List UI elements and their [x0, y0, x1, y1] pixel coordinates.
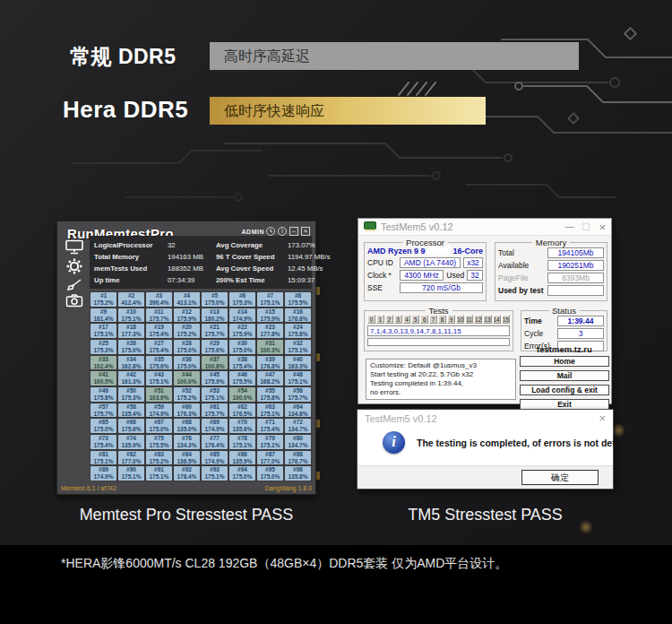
memtest-cell: #58135.4% [118, 403, 144, 418]
test-number-button[interactable]: 14 [493, 315, 501, 324]
cpuid-threads-field[interactable]: x32 [463, 257, 483, 268]
memtest-version-label: Memtest 6.1 / af742 [61, 483, 116, 493]
memtest-cell: #65175.0% [90, 419, 116, 433]
memtest-cell: #55175.8% [257, 387, 283, 402]
test-number-button[interactable]: 15 [502, 315, 510, 324]
test-number-button[interactable]: 4 [403, 315, 411, 324]
memtest-cell: #21175.7% [202, 324, 228, 338]
cpuid-field[interactable]: AMD (1A 7440) [400, 257, 461, 268]
memtest-cell: #4413.1% [174, 292, 200, 307]
memtest-cell: #28175.0% [174, 340, 200, 354]
memtest-cell: #36175.0% [174, 356, 200, 370]
info-icon[interactable]: i [278, 227, 287, 236]
test-number-button[interactable]: 2 [385, 315, 393, 324]
log-line: Testing completed in 1:39.44, [370, 379, 512, 388]
memtest-cell: #5175.0% [202, 292, 228, 307]
memtest-cell: #79175.1% [257, 435, 283, 449]
tm5-app-icon [364, 219, 376, 235]
monitor-icon[interactable] [65, 239, 84, 255]
sse-label: SSE [367, 283, 397, 292]
test-number-button[interactable]: 7 [429, 315, 437, 324]
test-number-button[interactable]: 12 [474, 315, 482, 324]
dialog-title: TestMem5 v0.12 [365, 413, 437, 424]
tests-group-label: Tests [425, 306, 452, 316]
memtest-cell: #76134.3% [174, 435, 200, 449]
memtest-stat-row: memTests Used188352 MB Avg Cover Speed12… [94, 263, 307, 274]
time-value: 1:39.44 [557, 316, 604, 326]
memtest-cell: #38175.4% [229, 356, 255, 370]
status-group-label: Status [548, 306, 580, 316]
test-number-button[interactable]: 10 [456, 315, 464, 324]
test-number-button[interactable]: 3 [394, 315, 402, 324]
test-number-buttons: 0123456789101112131415 [367, 315, 510, 324]
memtest-cell: #60176.3% [174, 403, 200, 418]
memtest-cell: #67175.0% [146, 419, 172, 433]
processor-group-label: Processor [402, 238, 448, 247]
memtest-author-label: DangWang 1.8.0 [265, 483, 312, 493]
log-line: Start testing at 20:22, 5.7Gb x32 [370, 370, 512, 379]
memtest-cell: #24175.8% [285, 324, 311, 338]
memtest-cell: #20175.2% [174, 324, 200, 338]
memtest-cell: #39176.8% [257, 356, 283, 370]
memtest-cell: #91175.1% [146, 466, 172, 481]
camera-icon[interactable] [65, 294, 83, 308]
used-field[interactable]: 32 [467, 270, 483, 281]
clock-field[interactable]: 4300 MHz [400, 270, 444, 281]
minimize-icon[interactable]: – [289, 227, 298, 236]
memtest-cell: #49175.8% [90, 387, 116, 402]
memory-available-label: Available [498, 261, 545, 270]
cycle-label: Cycle [524, 329, 555, 338]
memtest-cell: #34162.8% [118, 356, 144, 370]
test-sequence-field-2[interactable] [367, 338, 510, 346]
minimize-icon[interactable]: — [564, 222, 573, 231]
hera-ddr5-label: Hera DDR5 [63, 96, 188, 124]
memtest-cell: #89174.9% [90, 466, 116, 481]
test-number-button[interactable]: 6 [420, 315, 428, 324]
memtest-cell: #64134.8% [285, 403, 311, 418]
memtest-cell: #85174.9% [202, 451, 228, 465]
test-number-button[interactable]: 5 [411, 315, 419, 324]
dialog-message: The testing is completed, of errors is n… [417, 438, 642, 448]
memtest-cell: #11175.7% [146, 308, 172, 323]
memtest-cell: #57175.7% [90, 403, 116, 418]
tm5-log-box[interactable]: Customize: Default @1usmus_v3 Start test… [366, 359, 516, 400]
memtest-cell: #14174.9% [229, 308, 255, 323]
memtest-cell: #30175.0% [229, 340, 255, 354]
tm5-action-button[interactable]: Load config & exit [520, 385, 609, 395]
memtest-cell: #42161.3% [118, 371, 144, 386]
test-number-button[interactable]: 0 [367, 315, 375, 324]
memtest-cell: #75175.5% [146, 435, 172, 449]
memtest-cell: #94175.0% [229, 466, 255, 481]
test-number-button[interactable]: 13 [483, 315, 491, 324]
close-icon[interactable]: × [599, 222, 606, 232]
test-number-button[interactable]: 8 [438, 315, 446, 324]
gear-icon[interactable] [65, 257, 83, 275]
tm5-action-button[interactable]: Home [520, 356, 609, 367]
test-number-button[interactable]: 9 [447, 315, 455, 324]
info-icon: i [383, 431, 405, 454]
memory-pagefile-label: PageFile [498, 273, 545, 282]
tm5-window-controls: — × [564, 222, 606, 232]
test-number-button[interactable]: 1 [376, 315, 384, 324]
broom-icon[interactable] [66, 278, 82, 291]
memtest-cell: #53175.1% [202, 387, 228, 402]
memtest-stat-row: Total Memory194163 MB 96 T Cover Speed11… [94, 251, 307, 263]
test-sequence-field[interactable]: 7,1,4,3,0,13,9,14,7,8,1,11,15 [367, 325, 510, 336]
memtest-cell: #51103.6% [146, 387, 172, 402]
maximize-icon[interactable] [582, 223, 590, 230]
clock-icon[interactable] [266, 227, 275, 236]
tm5-window-title: TestMem5 v0.12 [381, 221, 453, 232]
memtest-cell: #10175.1% [118, 308, 144, 323]
tm5-action-button[interactable]: Mail [520, 370, 609, 381]
memtest-cell: #62176.5% [229, 403, 255, 418]
memtest-cell: #56175.7% [285, 387, 311, 402]
test-number-button[interactable]: 11 [465, 315, 473, 324]
ok-button[interactable]: 确定 [521, 470, 599, 485]
close-icon[interactable]: × [301, 227, 310, 236]
memtest-cell: #29175.6% [202, 340, 228, 354]
memtest-cell: #61175.7% [202, 403, 228, 418]
memtest-cell: #37100.8% [202, 356, 228, 370]
close-icon[interactable]: × [599, 413, 606, 423]
tm5-site-link[interactable]: testmem.tz.ru [520, 344, 609, 354]
cpuid-label: CPU ID [367, 258, 397, 267]
